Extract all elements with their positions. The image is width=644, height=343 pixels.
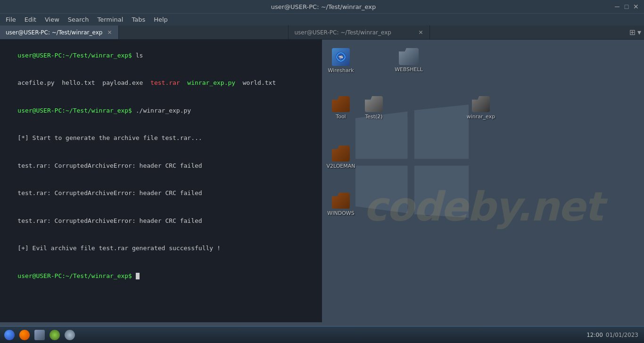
files-icon <box>34 330 45 340</box>
menu-help[interactable]: Help <box>150 15 172 24</box>
tab-right[interactable]: user@USER-PC: ~/Test/winrar_exp ✕ <box>289 25 430 39</box>
desktop-icon-test2[interactable]: Test(2) <box>359 96 389 120</box>
test2-icon <box>365 96 383 112</box>
tab-bar: user@USER-PC: ~/Test/winrar_exp ✕ user@U… <box>0 25 644 40</box>
terminal-line-8: [+] Evil archive file test.rar generated… <box>3 235 319 262</box>
close-button[interactable]: ✕ <box>633 3 639 10</box>
menu-edit[interactable]: Edit <box>21 15 40 24</box>
tab-spacer <box>430 25 626 39</box>
gear-icon <box>65 330 75 340</box>
menu-terminal[interactable]: Terminal <box>93 15 127 24</box>
winrar-exp-label: winrar_exp <box>467 114 495 120</box>
tool-label: Tool <box>336 114 346 120</box>
desktop-icon-wireshark[interactable]: 🦈 Wireshark <box>326 48 356 74</box>
terminal-line-1: user@USER-PC:~/Test/winrar_exp$ ls <box>3 41 319 69</box>
window-title: user@USER-PC: ~/Test/winrar_exp <box>33 3 614 10</box>
desktop-icon-winrar-exp[interactable]: winrar_exp <box>466 96 496 120</box>
windows-icon <box>332 193 350 209</box>
restore-button[interactable]: □ <box>623 3 630 10</box>
taskbar: 12:00 01/01/2023 <box>0 326 644 343</box>
desktop-icons: 🦈 Wireshark WEBSHELL Tool Test(2) winrar… <box>322 40 644 343</box>
menu-bar: File Edit View Search Terminal Tabs Help <box>0 13 644 25</box>
v2loeman-label: V2LOEMAN <box>326 163 355 169</box>
tab-menu-icon[interactable]: ▾ <box>637 28 641 37</box>
tab-right-controls: ⊞ ▾ <box>627 25 644 39</box>
cursor-blink <box>136 273 140 279</box>
terminal-line-3: user@USER-PC:~/Test/winrar_exp$ ./winrar… <box>3 97 319 124</box>
terminal-line-6: test.rar: CorruptedArchiveError: header … <box>3 180 319 207</box>
taskbar-files[interactable] <box>32 328 47 342</box>
minimize-button[interactable]: ─ <box>614 3 620 10</box>
tab-right-close[interactable]: ✕ <box>417 29 424 36</box>
desktop-icon-webshell[interactable]: WEBSHELL <box>394 48 424 73</box>
windows-label: WINDOWS <box>327 210 354 216</box>
desktop-icon-tool[interactable]: Tool <box>326 96 356 120</box>
terminal-line-4: [*] Start to generate the archive file t… <box>3 124 319 152</box>
wireshark-label: Wireshark <box>328 67 354 74</box>
taskbar-settings[interactable] <box>62 328 77 342</box>
desktop-icon-windows[interactable]: WINDOWS <box>326 193 356 216</box>
terminal-panel[interactable]: user@USER-PC:~/Test/winrar_exp$ ls acefi… <box>0 40 322 322</box>
svg-text:🦈: 🦈 <box>338 55 344 60</box>
v2loeman-icon <box>332 146 350 162</box>
terminal-line-2: acefile.py hello.txt payload.exe test.ra… <box>3 69 319 97</box>
tab-right-label: user@USER-PC: ~/Test/winrar_exp <box>294 29 391 36</box>
taskbar-right: 12:00 01/01/2023 <box>586 332 642 338</box>
wireshark-icon: 🦈 <box>332 48 350 66</box>
tab-left-label: user@USER-PC: ~/Test/winrar_exp <box>6 29 102 36</box>
taskbar-media[interactable] <box>47 328 62 342</box>
media-icon <box>50 330 60 340</box>
start-icon <box>4 330 15 340</box>
terminal-line-9: user@USER-PC:~/Test/winrar_exp$ <box>3 262 319 290</box>
taskbar-time: 12:00 <box>586 332 603 338</box>
desktop-icon-v2loeman[interactable]: V2LOEMAN <box>326 146 356 169</box>
firefox-icon <box>19 330 30 340</box>
tab-gap <box>119 25 289 39</box>
test2-label: Test(2) <box>365 114 382 120</box>
menu-tabs[interactable]: Tabs <box>128 15 149 24</box>
tab-left-close[interactable]: ✕ <box>106 29 113 36</box>
wireshark-svg: 🦈 <box>335 51 347 63</box>
terminal-line-7: test.rar: CorruptedArchiveError: header … <box>3 207 319 235</box>
winrar-exp-icon <box>472 96 490 112</box>
menu-search[interactable]: Search <box>64 15 93 24</box>
webshell-label: WEBSHELL <box>395 66 423 73</box>
desktop-area: codeby.net 🦈 Wireshark WEBSHELL Tool <box>322 40 644 343</box>
taskbar-date: 01/01/2023 <box>606 332 638 338</box>
webshell-icon <box>399 48 419 65</box>
tool-icon <box>332 96 350 112</box>
taskbar-start[interactable] <box>2 328 17 342</box>
tab-left[interactable]: user@USER-PC: ~/Test/winrar_exp ✕ <box>0 25 119 39</box>
window-controls: ─ □ ✕ <box>614 3 639 10</box>
new-tab-icon[interactable]: ⊞ <box>629 28 636 37</box>
menu-file[interactable]: File <box>2 15 20 24</box>
title-bar: user@USER-PC: ~/Test/winrar_exp ─ □ ✕ <box>0 0 644 13</box>
menu-view[interactable]: View <box>41 15 63 24</box>
taskbar-browser[interactable] <box>17 328 32 342</box>
terminal-line-5: test.rar: CorruptedArchiveError: header … <box>3 152 319 180</box>
